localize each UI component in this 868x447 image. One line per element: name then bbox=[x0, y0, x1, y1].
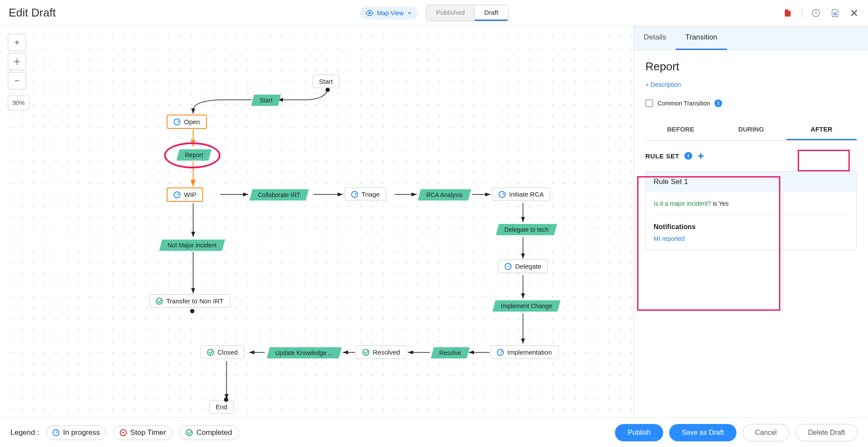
cond-question: Is it a major incident? bbox=[654, 200, 711, 207]
side-panel: Details Transition Report + Description … bbox=[634, 26, 868, 417]
canvas[interactable]: Start Open WIP Triage Initiate RCA Deleg… bbox=[0, 26, 634, 417]
map-view-dropdown[interactable]: Map View bbox=[360, 7, 418, 20]
end-ball bbox=[224, 398, 228, 402]
info-icon[interactable]: i bbox=[684, 152, 692, 160]
trans-not-major[interactable]: Not Major incident bbox=[159, 240, 225, 251]
trans-rca-label: RCA Analysis bbox=[426, 191, 463, 198]
node-delegate[interactable]: Delegate bbox=[498, 260, 548, 273]
trans-implement-change[interactable]: Implement Change bbox=[493, 300, 561, 312]
node-closed[interactable]: Closed bbox=[201, 345, 244, 359]
notification-item[interactable]: MI reported bbox=[654, 235, 848, 242]
zoom-out-button[interactable]: − bbox=[8, 72, 26, 89]
completed-icon bbox=[362, 349, 369, 356]
node-implementation[interactable]: Implementation bbox=[490, 345, 559, 359]
ruleset-header: RULE SET i + bbox=[645, 150, 857, 161]
node-closed-label: Closed bbox=[217, 348, 238, 356]
node-wip-label: WIP bbox=[184, 191, 196, 198]
progress-icon bbox=[174, 118, 181, 125]
subtab-before[interactable]: BEFORE bbox=[645, 119, 716, 140]
panel-tabs: Details Transition bbox=[634, 26, 868, 50]
separator bbox=[802, 8, 802, 18]
publish-button[interactable]: Publish bbox=[615, 424, 663, 441]
sub-tabs: BEFORE DURING AFTER bbox=[645, 119, 857, 141]
subtab-after[interactable]: AFTER bbox=[786, 119, 857, 140]
chevron-down-icon bbox=[407, 10, 412, 16]
zoom-controls: + − 90% bbox=[8, 34, 30, 110]
stop-icon bbox=[120, 429, 127, 436]
node-end-label: End bbox=[216, 403, 227, 411]
zoom-center-button[interactable] bbox=[8, 53, 26, 70]
legend-label: Legend : bbox=[10, 428, 39, 437]
top-center: Map View Published Draft bbox=[360, 5, 509, 21]
node-implementation-label: Implementation bbox=[507, 348, 552, 356]
svg-point-5 bbox=[16, 61, 18, 63]
legend-stop-label: Stop Timer bbox=[130, 428, 166, 437]
transfer-ball bbox=[190, 309, 194, 313]
trans-resolve[interactable]: Resolve bbox=[431, 347, 470, 358]
save-draft-button[interactable]: Save as Draft bbox=[669, 424, 736, 441]
trans-update-knowledge[interactable]: Update Knowledge ... bbox=[267, 347, 342, 358]
completed-icon bbox=[207, 349, 214, 356]
zoom-percent: 90% bbox=[8, 95, 30, 110]
tab-details[interactable]: Details bbox=[634, 26, 676, 50]
legend-comp-label: Completed bbox=[196, 428, 232, 437]
trans-deltech-label: Delegate to tech bbox=[504, 226, 549, 233]
history-icon[interactable] bbox=[811, 8, 821, 18]
tab-transition[interactable]: Transition bbox=[676, 26, 727, 50]
seg-published[interactable]: Published bbox=[427, 5, 475, 21]
cond-is: is bbox=[713, 200, 717, 207]
panel-body: Report + Description Common Transition i… bbox=[634, 50, 868, 270]
footer-bar: Legend : In progress Stop Timer Complete… bbox=[0, 417, 868, 447]
cond-value: Yes bbox=[719, 200, 729, 207]
node-open[interactable]: Open bbox=[167, 115, 207, 129]
svg-point-0 bbox=[368, 12, 371, 14]
trans-rca[interactable]: RCA Analysis bbox=[418, 189, 471, 200]
add-description-link[interactable]: + Description bbox=[645, 81, 857, 88]
node-initiate-rca[interactable]: Initiate RCA bbox=[492, 187, 550, 201]
trans-delegate-tech[interactable]: Delegate to tech bbox=[496, 224, 557, 235]
panel-title: Report bbox=[645, 60, 857, 73]
search-doc-icon[interactable] bbox=[830, 8, 840, 18]
completed-icon bbox=[156, 298, 163, 305]
zoom-in-button[interactable]: + bbox=[8, 34, 26, 51]
delete-draft-button[interactable]: Delete Draft bbox=[796, 424, 858, 441]
common-transition-checkbox[interactable] bbox=[645, 99, 653, 107]
map-view-label: Map View bbox=[377, 10, 404, 16]
node-start[interactable]: Start bbox=[312, 75, 339, 88]
add-ruleset-button[interactable]: + bbox=[697, 150, 704, 161]
top-bar: Edit Draft Map View Published Draft bbox=[0, 0, 868, 26]
progress-icon bbox=[53, 429, 59, 436]
node-start-label: Start bbox=[319, 78, 333, 85]
node-resolved-label: Resolved bbox=[373, 348, 400, 356]
trans-report-label: Report bbox=[185, 151, 203, 158]
legend-stop-timer: Stop Timer bbox=[113, 425, 172, 440]
node-delegate-label: Delegate bbox=[515, 263, 541, 270]
common-transition-row: Common Transition i bbox=[645, 99, 857, 107]
node-transfer-label: Transfer to Non IRT bbox=[166, 297, 224, 305]
cancel-button[interactable]: Cancel bbox=[743, 424, 789, 441]
rule-card[interactable]: Rule Set 1 Is it a major incident? is Ye… bbox=[645, 171, 857, 250]
ruleset-label: RULE SET bbox=[645, 152, 679, 160]
node-triage[interactable]: Triage bbox=[345, 187, 386, 201]
node-initiate-rca-label: Initiate RCA bbox=[509, 191, 544, 198]
node-wip[interactable]: WIP bbox=[167, 187, 203, 202]
separator bbox=[654, 215, 848, 215]
info-icon[interactable]: i bbox=[714, 99, 722, 107]
subtab-during[interactable]: DURING bbox=[716, 119, 786, 140]
trans-collaborate[interactable]: Collaborate IRT bbox=[250, 189, 309, 200]
close-icon[interactable] bbox=[849, 8, 859, 18]
node-end[interactable]: End bbox=[209, 400, 234, 414]
trans-updatek-label: Update Knowledge ... bbox=[275, 349, 333, 356]
progress-icon bbox=[351, 191, 358, 198]
node-open-label: Open bbox=[184, 118, 200, 125]
node-resolved[interactable]: Resolved bbox=[356, 345, 407, 359]
trans-collab-label: Collaborate IRT bbox=[258, 191, 300, 198]
rule-card-title: Rule Set 1 bbox=[646, 171, 856, 192]
trans-start[interactable]: Start bbox=[251, 95, 281, 106]
seg-draft[interactable]: Draft bbox=[475, 5, 508, 21]
pdf-icon[interactable] bbox=[783, 8, 793, 18]
eye-icon bbox=[366, 9, 374, 17]
trans-report[interactable]: Report bbox=[177, 149, 212, 161]
top-right bbox=[783, 8, 859, 18]
node-transfer[interactable]: Transfer to Non IRT bbox=[149, 294, 230, 308]
